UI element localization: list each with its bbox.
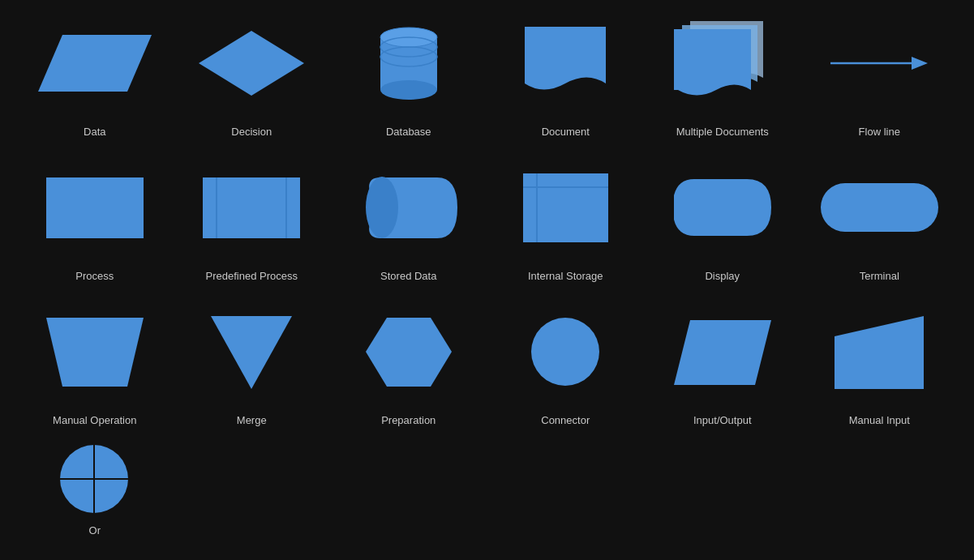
cell-input-output: Input/Output bbox=[644, 297, 801, 441]
cell-manual-input: Manual Input bbox=[801, 297, 959, 441]
cell-process: Process bbox=[16, 152, 174, 297]
label-connector: Connector bbox=[541, 414, 590, 427]
label-input-output: Input/Output bbox=[693, 414, 752, 427]
cell-flow-line: Flow line bbox=[801, 8, 959, 152]
svg-marker-20 bbox=[46, 318, 144, 387]
cell-preparation: Preparation bbox=[330, 297, 487, 441]
svg-rect-11 bbox=[46, 177, 144, 238]
label-stored-data: Stored Data bbox=[380, 270, 436, 283]
label-data: Data bbox=[84, 126, 105, 139]
cell-data: Data bbox=[16, 8, 174, 152]
svg-marker-22 bbox=[366, 318, 452, 387]
label-flow-line: Flow line bbox=[859, 126, 900, 139]
cell-manual-operation: Manual Operation bbox=[16, 297, 174, 441]
cell-decision: Decision bbox=[174, 8, 331, 152]
svg-rect-16 bbox=[523, 173, 608, 242]
cell-display: Display bbox=[644, 152, 801, 297]
svg-marker-24 bbox=[674, 320, 771, 385]
label-document: Document bbox=[542, 126, 590, 139]
svg-point-15 bbox=[366, 177, 398, 238]
label-merge: Merge bbox=[237, 414, 267, 427]
svg-marker-0 bbox=[38, 35, 152, 92]
label-terminal: Terminal bbox=[860, 270, 899, 283]
cell-predefined-process: Predefined Process bbox=[174, 152, 331, 297]
cell-database: Database bbox=[330, 8, 487, 152]
label-manual-input: Manual Input bbox=[849, 414, 910, 427]
svg-point-23 bbox=[531, 318, 599, 386]
label-predefined-process: Predefined Process bbox=[206, 270, 298, 283]
label-manual-operation: Manual Operation bbox=[53, 414, 136, 427]
cell-multiple-documents: Multiple Documents bbox=[644, 8, 801, 152]
svg-marker-25 bbox=[835, 316, 924, 389]
shapes-grid: Data Decision Database bbox=[0, 0, 974, 560]
svg-marker-10 bbox=[912, 57, 928, 70]
svg-marker-21 bbox=[211, 316, 292, 389]
cell-or: Or bbox=[16, 441, 174, 552]
svg-marker-1 bbox=[199, 31, 304, 96]
cell-connector: Connector bbox=[487, 297, 645, 441]
svg-point-5 bbox=[380, 80, 437, 100]
cell-stored-data: Stored Data bbox=[330, 152, 487, 297]
label-display: Display bbox=[705, 270, 740, 283]
label-decision: Decision bbox=[231, 126, 272, 139]
label-preparation: Preparation bbox=[381, 414, 436, 427]
label-internal-storage: Internal Storage bbox=[528, 270, 603, 283]
cell-terminal: Terminal bbox=[801, 152, 959, 297]
cell-document: Document bbox=[487, 8, 645, 152]
label-or: Or bbox=[89, 524, 101, 537]
label-multiple-documents: Multiple Documents bbox=[676, 126, 769, 139]
cell-merge: Merge bbox=[174, 297, 331, 441]
label-database: Database bbox=[386, 126, 431, 139]
cell-internal-storage: Internal Storage bbox=[487, 152, 645, 297]
svg-rect-19 bbox=[821, 183, 938, 232]
label-process: Process bbox=[75, 270, 114, 283]
